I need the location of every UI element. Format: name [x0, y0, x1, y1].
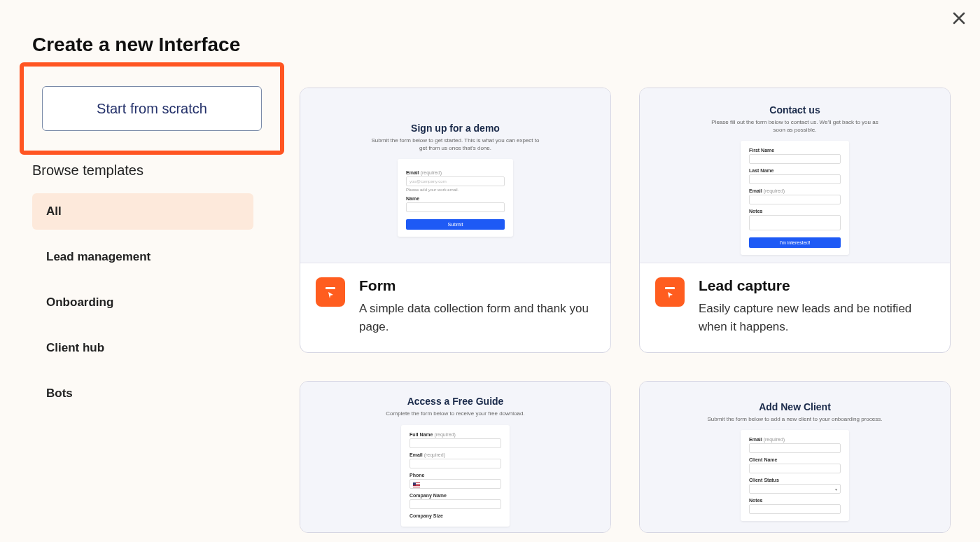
- template-preview: Add New Client Submit the form below to …: [640, 382, 950, 532]
- category-client-hub[interactable]: Client hub: [32, 330, 253, 366]
- preview-panel: Full Name (required) Email (required) Ph…: [401, 425, 510, 527]
- category-lead-management[interactable]: Lead management: [32, 239, 253, 275]
- template-card-form[interactable]: Sign up for a demo Submit the form below…: [300, 88, 611, 353]
- close-icon[interactable]: [951, 10, 967, 27]
- template-card-add-client[interactable]: Add New Client Submit the form below to …: [639, 381, 951, 533]
- preview-heading: Add New Client: [687, 401, 904, 412]
- svg-rect-3: [326, 287, 335, 289]
- preview-textarea: [749, 215, 841, 230]
- interface-icon: [316, 277, 345, 307]
- preview-label: Name: [406, 196, 505, 201]
- preview-submit: I'm interested!: [749, 237, 841, 248]
- page-title: Create a new Interface: [32, 34, 240, 56]
- template-card-free-guide[interactable]: Access a Free Guide Complete the form be…: [300, 381, 611, 533]
- start-from-scratch-highlight: Start from scratch: [20, 62, 284, 155]
- preview-input: [749, 195, 841, 204]
- preview-label: Client Name: [749, 457, 841, 462]
- template-preview: Contact us Please fill out the form belo…: [640, 88, 950, 263]
- preview-panel: Email (required) you@company.com Please …: [398, 159, 513, 237]
- preview-heading: Sign up for a demo: [347, 123, 564, 134]
- category-onboarding[interactable]: Onboarding: [32, 284, 253, 321]
- template-preview: Sign up for a demo Submit the form below…: [300, 88, 610, 263]
- preview-subtext: Submit the form below to add a new clien…: [687, 415, 904, 423]
- template-title: Form: [359, 277, 595, 294]
- preview-helper: Please add your work email.: [406, 188, 505, 192]
- preview-input: [749, 464, 841, 473]
- templates-grid: Sign up for a demo Submit the form below…: [300, 88, 951, 533]
- preview-input: [749, 504, 841, 514]
- template-title: Lead capture: [699, 277, 934, 294]
- preview-input: you@company.com: [406, 176, 505, 186]
- preview-label: Last Name: [749, 168, 841, 173]
- preview-input: [406, 202, 505, 212]
- interface-icon: [655, 277, 685, 307]
- preview-subtext: Complete the form below to receive your …: [347, 410, 564, 417]
- preview-heading: Contact us: [687, 104, 904, 116]
- preview-input: [410, 479, 501, 489]
- preview-input: [749, 443, 841, 453]
- preview-label: Company Size: [410, 513, 501, 518]
- preview-label: Full Name (required): [410, 432, 501, 437]
- preview-label: Email (required): [410, 452, 501, 457]
- template-meta: Form A simple data collection form and t…: [300, 263, 610, 352]
- preview-label: Notes: [749, 209, 841, 214]
- preview-input: [749, 174, 841, 184]
- category-all[interactable]: All: [32, 193, 253, 230]
- preview-input: [410, 499, 501, 509]
- browse-templates-heading: Browse templates: [32, 162, 144, 179]
- template-card-lead-capture[interactable]: Contact us Please fill out the form belo…: [639, 88, 951, 353]
- preview-subtext: Please fill out the form below to contac…: [687, 118, 904, 134]
- preview-submit: Submit: [406, 219, 505, 230]
- preview-label: Client Status: [749, 478, 841, 482]
- preview-label: Email (required): [749, 437, 841, 442]
- preview-label: Phone: [410, 473, 501, 478]
- preview-label: Notes: [749, 498, 841, 503]
- preview-label: First Name: [749, 148, 841, 153]
- preview-heading: Access a Free Guide: [347, 396, 564, 407]
- start-from-scratch-button[interactable]: Start from scratch: [42, 86, 262, 131]
- preview-input: [749, 154, 841, 164]
- preview-label: Email (required): [406, 170, 505, 175]
- preview-label: Email (required): [749, 188, 841, 193]
- template-desc: A simple data collection form and thank …: [359, 300, 595, 335]
- preview-subtext: Submit the form below to get started. Th…: [347, 137, 564, 152]
- preview-label: Company Name: [410, 493, 501, 498]
- preview-panel: First Name Last Name Email (required) No…: [741, 141, 849, 255]
- preview-panel: Email (required) Client Name Client Stat…: [741, 430, 849, 521]
- template-category-list: All Lead management Onboarding Client hu…: [32, 193, 253, 421]
- template-desc: Easily capture new leads and be notified…: [699, 300, 934, 335]
- preview-select: [749, 484, 841, 494]
- template-preview: Access a Free Guide Complete the form be…: [300, 382, 610, 532]
- svg-rect-5: [665, 287, 675, 289]
- preview-input: [410, 459, 501, 468]
- preview-input: [410, 438, 501, 448]
- category-bots[interactable]: Bots: [32, 375, 253, 412]
- us-flag-icon: [413, 482, 420, 487]
- template-meta: Lead capture Easily capture new leads an…: [640, 263, 950, 352]
